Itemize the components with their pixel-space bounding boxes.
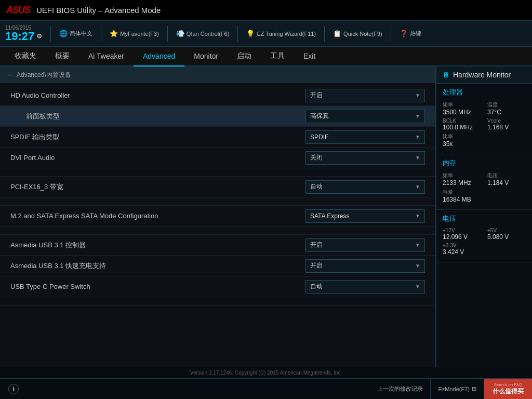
quick-note-button[interactable]: 📋 Quick Note(F9) (329, 28, 387, 39)
toolbar-separator-1 (50, 26, 51, 42)
table-row: HD Audio Controller 开启 ▼ (0, 85, 435, 106)
nav-ai-tweaker[interactable]: Ai Tweaker (79, 47, 134, 66)
volt-5-label: +5V (487, 228, 526, 233)
nav-boot[interactable]: 启动 (228, 47, 261, 66)
mem-volt-value: 1.184 V (487, 179, 526, 187)
mem-capacity-row: 容量 16384 MB (443, 189, 526, 203)
dropdown-value: SPDIF (310, 134, 328, 141)
pci-dropdown[interactable]: 自动 ▼ (305, 180, 425, 194)
breadcrumb: ← Advanced\内置设备 (0, 66, 435, 83)
last-change-label: 上一次的修改记录 (377, 385, 423, 393)
spacer-1 (0, 168, 435, 177)
usb31-charge-dropdown[interactable]: 开启 ▼ (305, 259, 425, 273)
cpu-bclk-label: BCLK (443, 118, 481, 124)
cpu-section-title: 处理器 (443, 88, 526, 97)
qfan-button[interactable]: 💨 Qfan Control(F6) (172, 28, 234, 39)
settings-icon[interactable]: ⚙ (36, 33, 42, 39)
help-icon: ❓ (400, 30, 408, 37)
cpu-freq-label: 频率 (443, 101, 481, 109)
ez-mode-label: EzMode(F7) (438, 386, 470, 392)
last-change-button[interactable]: 上一次的修改记录 (370, 379, 431, 400)
usb31-ctrl-dropdown[interactable]: 开启 ▼ (305, 238, 425, 252)
hotkeys-button[interactable]: ❓ 热键 (395, 28, 425, 39)
dropdown-value: 自动 (310, 282, 323, 291)
mem-freq-label: 频率 (443, 172, 481, 179)
volt-12-item: +12V 12.096 V (443, 228, 481, 241)
cpu-ratio-row: 比率 35x (443, 133, 526, 148)
myfavorite-button[interactable]: ⭐ MyFavorite(F3) (105, 28, 163, 39)
status-bar: ℹ 上一次的修改记录 EzMode(F7) ⊞ Search on FAQ 什么… (0, 378, 532, 399)
table-row: PCI-EX16_3 带宽 自动 ▼ (0, 177, 435, 197)
setting-label: M.2 and SATA Express SATA Mode Configura… (10, 212, 305, 220)
mem-capacity-label: 容量 (443, 189, 526, 196)
nav-favorites[interactable]: 收藏夹 (5, 47, 46, 66)
breadcrumb-path: Advanced\内置设备 (17, 71, 71, 79)
bulb-icon: 💡 (246, 30, 255, 37)
globe-icon: 🌐 (59, 30, 68, 37)
hd-audio-dropdown[interactable]: 开启 ▼ (305, 89, 425, 102)
mem-freq-value: 2133 MHz (443, 179, 481, 187)
status-right: Search on FAQ 什么值得买 (484, 379, 532, 400)
usb-typec-dropdown[interactable]: 自动 ▼ (305, 280, 425, 294)
nav-overview[interactable]: 概要 (46, 47, 79, 66)
language-button[interactable]: 🌐 简体中文 (55, 28, 97, 39)
cpu-vcore-label: Vcore (487, 118, 526, 124)
cpu-ratio-item: 比率 35x (443, 133, 526, 148)
chevron-down-icon: ▼ (415, 134, 420, 140)
hw-monitor-title: 🖥 Hardware Monitor (436, 66, 532, 84)
setting-label: 前面板类型 (19, 112, 305, 121)
search-faq-button[interactable]: Search on FAQ 什么值得买 (484, 379, 532, 400)
main-layout: ← Advanced\内置设备 HD Audio Controller 开启 ▼… (0, 66, 532, 378)
myfavorite-label: MyFavorite(F3) (120, 31, 159, 37)
voltage-section: 电压 +12V 12.096 V +5V 5.080 V +3.3V 3.424… (436, 210, 532, 262)
settings-list: HD Audio Controller 开启 ▼ 前面板类型 高保真 ▼ SPD… (0, 83, 435, 308)
table-row: DVI Port Audio 关闭 ▼ (0, 148, 435, 168)
mem-capacity-value: 16384 MB (443, 196, 526, 203)
left-panel: ← Advanced\内置设备 HD Audio Controller 开启 ▼… (0, 66, 436, 378)
table-row: 前面板类型 高保真 ▼ (0, 106, 435, 127)
nav-monitor[interactable]: Monitor (184, 47, 228, 66)
nav-exit[interactable]: Exit (294, 47, 325, 66)
toolbar: 11/06/2015 19:27 ⚙ 🌐 简体中文 ⭐ MyFavorite(F… (0, 21, 532, 47)
table-row: Asmedia USB 3.1 快速充电支持 开启 ▼ (0, 256, 435, 276)
toolbar-separator-2 (101, 26, 101, 42)
qfan-label: Qfan Control(F6) (187, 31, 230, 37)
spdif-dropdown[interactable]: SPDIF ▼ (305, 130, 425, 144)
toolbar-separator-5 (324, 26, 325, 42)
nav-advanced[interactable]: Advanced (134, 47, 184, 66)
cpu-temp-item: 温度 37°C (487, 101, 526, 116)
time-value: 19:27 (5, 31, 34, 42)
back-arrow[interactable]: ← (7, 71, 14, 78)
mem-volt-item: 电压 1.184 V (487, 172, 526, 187)
cpu-section: 处理器 频率 3500 MHz 温度 37°C BCLK 100.0 MHz V… (436, 84, 532, 154)
cpu-ratio-label: 比率 (443, 133, 526, 140)
cpu-ratio-value: 35x (443, 140, 526, 148)
toolbar-separator-3 (167, 26, 168, 42)
note-icon: 📋 (333, 30, 341, 37)
ez-tuning-label: EZ Tuning Wizard(F11) (257, 31, 316, 37)
dropdown-value: SATA Express (310, 212, 350, 220)
cpu-freq-value: 3500 MHz (443, 109, 481, 116)
dropdown-value: 高保真 (310, 112, 329, 121)
front-panel-dropdown[interactable]: 高保真 ▼ (305, 110, 425, 123)
dvi-audio-dropdown[interactable]: 关闭 ▼ (305, 151, 425, 165)
search-site-name: 什么值得买 (493, 387, 524, 396)
dropdown-value: 自动 (310, 182, 323, 191)
dropdown-value: 开启 (310, 241, 323, 249)
dropdown-value: 关闭 (310, 153, 323, 162)
table-row: SPDIF 输出类型 SPDIF ▼ (0, 127, 435, 148)
time-display: 19:27 ⚙ (5, 31, 42, 42)
ez-mode-button[interactable]: EzMode(F7) ⊞ (431, 379, 484, 400)
dropdown-value: 开启 (310, 261, 323, 270)
ez-tuning-button[interactable]: 💡 EZ Tuning Wizard(F11) (242, 28, 320, 39)
cpu-vcore-value: 1.168 V (487, 124, 526, 131)
star-icon: ⭐ (110, 30, 118, 37)
table-row: M.2 and SATA Express SATA Mode Configura… (0, 206, 435, 227)
m2-sata-dropdown[interactable]: SATA Express ▼ (305, 209, 425, 223)
status-left: ℹ (0, 384, 370, 394)
volt-33-label: +3.3V (443, 243, 526, 248)
nav-tools[interactable]: 工具 (261, 47, 294, 66)
setting-label: PCI-EX16_3 带宽 (10, 182, 305, 192)
app-title: UEFI BIOS Utility – Advanced Mode (36, 6, 161, 15)
cpu-temp-label: 温度 (487, 101, 526, 109)
